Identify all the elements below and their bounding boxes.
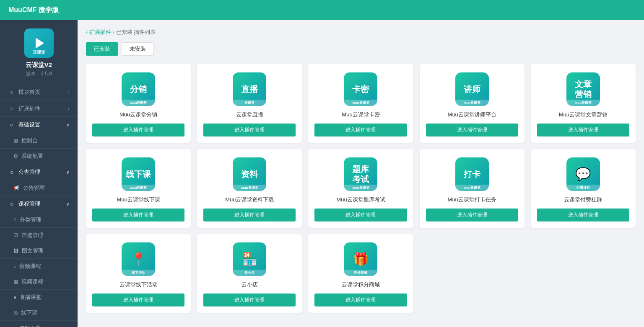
sidebar-label: 线下课 (21, 309, 37, 317)
icon-text: 分销 (130, 84, 147, 94)
plugin-card-ziliao: 资料 Muu云课堂 Muu云课堂资料下载 进入插件管理 (197, 149, 302, 228)
icon-badge: Muu云课堂 (566, 100, 600, 106)
main-layout: 云课堂 云课堂V2 版本：2.5.8 ○ 模块首页 ‹ ○ 扩展插件 ‹ ○ 基… (0, 20, 644, 327)
sidebar-item-system-config[interactable]: ⚙ 系统配置 (0, 149, 78, 164)
plugin-name-daka: Muu云课堂打卡任务 (448, 196, 496, 203)
plugin-card-daka: 打卡 Muu云课堂 Muu云课堂打卡任务 进入插件管理 (420, 149, 525, 228)
plugin-name-zhibo: 云课堂直播 (236, 111, 263, 118)
icon-text: 资料 (241, 169, 258, 179)
plugin-name-jianshi: Muu云课堂讲师平台 (448, 111, 496, 118)
plugin-btn-fenxiao[interactable]: 进入插件管理 (92, 124, 184, 136)
plugin-btn-fufeishequ[interactable]: 进入插件管理 (537, 209, 629, 221)
plugin-icon-tiku: 题库考试 Muu云课堂 (344, 157, 377, 191)
tab-bar: 已安装 未安装 (86, 42, 636, 56)
plugin-btn-daka[interactable]: 进入插件管理 (426, 209, 518, 221)
sidebar-item-notice-mgmt-sub[interactable]: 📢 公告管理 (0, 180, 78, 196)
sidebar-item-offline-course[interactable]: ◎ 线下课 (0, 305, 78, 321)
breadcrumb-extensions[interactable]: ‹ 扩展插件 (86, 28, 111, 36)
sidebar-item-filter-mgmt[interactable]: ☑ 筛选管理 (0, 228, 78, 243)
plugin-name-xianxiake: Muu云课堂线下课 (117, 196, 160, 203)
plugin-btn-tiku[interactable]: 进入插件管理 (314, 209, 407, 221)
sidebar-item-basic-settings[interactable]: ○ 基础设置 ∨ (0, 117, 78, 133)
plugin-name-fenxiao: Muu云课堂分销 (119, 111, 157, 118)
arrow-icon: ∨ (66, 202, 69, 206)
plugin-btn-ziliao[interactable]: 进入插件管理 (203, 209, 296, 221)
sidebar-item-control-panel[interactable]: ▦ 控制台 (0, 133, 78, 149)
sidebar-label: 基础设置 (18, 121, 40, 129)
plugin-grid: 分销 Muu云课堂 Muu云课堂分销 进入插件管理 直播 云课堂 云课堂直播 进… (86, 64, 636, 313)
sidebar-item-notice-mgmt[interactable]: ○ 公告管理 ∨ (0, 164, 78, 180)
app-logo: 云课堂 (24, 28, 54, 58)
sidebar-label: 分类管理 (20, 216, 42, 224)
sidebar-label: 图文管理 (22, 247, 44, 255)
breadcrumb-sep: / (113, 29, 114, 36)
arrow-icon: ∨ (66, 123, 69, 127)
plugin-name-wenzhang: Muu云课堂文章营销 (559, 111, 608, 118)
plugin-name-ziliao: Muu云课堂资料下载 (225, 196, 274, 203)
tab-not-installed[interactable]: 未安装 (122, 42, 154, 56)
plugin-icon-fufeishequ: 💬 付费社群 (566, 157, 600, 191)
megaphone-icon: 📢 (13, 185, 20, 191)
plugin-icon-jifenshangcheng: 🎁 积分商城 (344, 242, 377, 276)
sidebar-label: 视频课程 (21, 278, 43, 286)
plugin-card-yunxiaodian: 🏪 云小店 云小店 进入插件管理 (197, 234, 302, 313)
icon-badge: Muu云课堂 (455, 185, 489, 191)
plugin-card-jianshi: 讲师 Muu云课堂 Muu云课堂讲师平台 进入插件管理 (420, 64, 525, 143)
icon-badge: Muu云课堂 (233, 185, 266, 191)
sidebar-item-article-mgmt[interactable]: 🖼 图文管理 (0, 243, 78, 259)
icon-badge: Muu云课堂 (122, 185, 155, 191)
plugin-icon-jianshi: 讲师 Muu云课堂 (455, 72, 489, 106)
location-icon: ◎ (13, 310, 18, 316)
icon-badge: 云小店 (233, 270, 266, 276)
sidebar: 云课堂 云课堂V2 版本：2.5.8 ○ 模块首页 ‹ ○ 扩展插件 ‹ ○ 基… (0, 20, 78, 327)
download-icon: ↓ (13, 325, 16, 327)
icon-badge: 积分商城 (344, 270, 377, 276)
sidebar-logo: 云课堂 云课堂V2 版本：2.5.8 (0, 20, 78, 84)
image-icon: 🖼 (13, 248, 18, 254)
icon-badge: Muu云课堂 (455, 100, 489, 106)
tab-installed[interactable]: 已安装 (86, 42, 118, 56)
icon-badge: 付费社群 (566, 185, 600, 191)
sidebar-label: 公告管理 (18, 168, 40, 176)
grid-icon: ▦ (13, 138, 18, 144)
sidebar-label: 模块首页 (18, 88, 40, 96)
plugin-btn-zhibo[interactable]: 进入插件管理 (203, 124, 296, 136)
sidebar-item-extensions[interactable]: ○ 扩展插件 ‹ (0, 100, 78, 117)
plugin-btn-yunxiaodian[interactable]: 进入插件管理 (203, 294, 296, 306)
sidebar-item-live-course[interactable]: ● 直播课堂 (0, 290, 78, 305)
plugin-btn-xianxiahuodong[interactable]: 进入插件管理 (92, 294, 184, 306)
plugin-icon-xianxiahuodong: 📍 线下活动 (122, 242, 155, 276)
gear-icon: ⚙ (13, 153, 18, 159)
sidebar-item-audio-course[interactable]: ♪ 音频课程 (0, 259, 78, 274)
topbar: MuuCMF 微学版 (0, 0, 644, 20)
plugin-btn-xianxiake[interactable]: 进入插件管理 (92, 209, 184, 221)
sidebar-label: 扩展插件 (18, 105, 40, 112)
sidebar-label: 系统配置 (21, 152, 43, 160)
music-icon: ♪ (13, 263, 16, 269)
plugin-name-jifenshangcheng: 云课堂积分商城 (342, 281, 380, 288)
plugin-name-yunxiaodian: 云小店 (242, 281, 258, 288)
plugin-icon-zhibo: 直播 云课堂 (233, 72, 266, 106)
topbar-title: MuuCMF 微学版 (8, 6, 59, 15)
list-icon: ≡ (13, 217, 16, 223)
app-version: 版本：2.5.8 (26, 70, 52, 77)
arrow-icon: ‹ (68, 90, 69, 95)
sidebar-item-course-mgmt[interactable]: ○ 课程管理 ∨ (0, 196, 78, 212)
icon-text: 讲师 (464, 84, 480, 94)
sidebar-item-video-course[interactable]: ▦ 视频课程 (0, 274, 78, 290)
plugin-card-jifenshangcheng: 🎁 积分商城 云课堂积分商城 进入插件管理 (308, 234, 413, 313)
sidebar-item-resource-download[interactable]: ↓ 资料下载 (0, 321, 78, 327)
live-icon: ● (13, 294, 16, 300)
circle-icon: ○ (8, 121, 15, 128)
circle-icon: ○ (8, 105, 15, 112)
sidebar-item-category-mgmt[interactable]: ≡ 分类管理 (0, 212, 78, 228)
circle-icon: ○ (8, 169, 15, 175)
icon-text: 文章营销 (575, 79, 592, 99)
plugin-btn-kami[interactable]: 进入插件管理 (314, 124, 407, 136)
checkbox-icon: ☑ (13, 232, 18, 238)
plugin-btn-jifenshangcheng[interactable]: 进入插件管理 (314, 294, 407, 306)
sidebar-item-module-home[interactable]: ○ 模块首页 ‹ (0, 84, 78, 100)
plugin-btn-jianshi[interactable]: 进入插件管理 (426, 124, 518, 136)
plugin-btn-wenzhang[interactable]: 进入插件管理 (537, 124, 629, 136)
plugin-icon-ziliao: 资料 Muu云课堂 (233, 157, 266, 191)
